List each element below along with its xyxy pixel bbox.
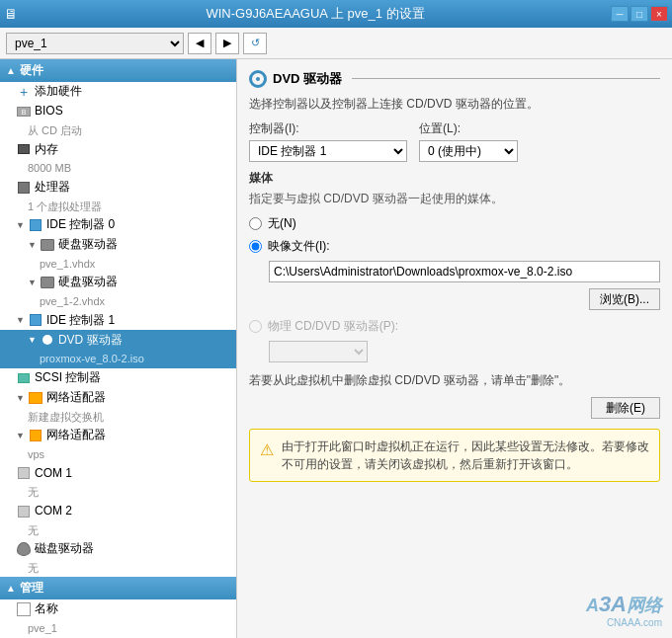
sidebar-item-name-sub: pve_1 [0, 619, 236, 637]
hdd2-label: 硬盘驱动器 [58, 275, 118, 290]
sidebar-item-com1-sub: 无 [0, 483, 236, 501]
maximize-button[interactable]: □ [630, 6, 648, 22]
media-desc: 指定要与虚拟 CD/DVD 驱动器一起使用的媒体。 [249, 191, 660, 207]
window-title: WIN-G9J6AEAAGUA 上 pve_1 的设置 [20, 5, 611, 23]
vswitch-label: 网络适配器 [46, 390, 106, 406]
hdd2-expand-icon: ▼ [28, 278, 37, 287]
netadapter-expand-icon: ▼ [16, 431, 25, 440]
hdd1-sub-label: pve_1.vhdx [40, 257, 95, 271]
dvd-section-title: DVD 驱动器 [273, 70, 342, 88]
hdd1-label: 硬盘驱动器 [58, 237, 118, 253]
diskdrive-icon [16, 541, 32, 557]
warning-box: ⚠ 由于打开此窗口时虚拟机正在运行，因此某些设置无法修改。若要修改不可用的设置，… [249, 429, 660, 482]
cpu-sub-label: 1 个虚拟处理器 [28, 199, 102, 213]
vswitch-sub-label: 新建虚拟交换机 [28, 410, 104, 424]
sidebar-item-add-hardware[interactable]: + 添加硬件 [0, 82, 236, 102]
diskdrive-sub-label: 无 [28, 561, 39, 575]
forward-button[interactable]: ▶ [215, 33, 239, 54]
memory-label: 内存 [35, 142, 58, 158]
close-button[interactable]: × [650, 6, 668, 22]
browse-button[interactable]: 浏览(B)... [589, 288, 660, 310]
memory-sub-label: 8000 MB [28, 161, 71, 175]
position-select[interactable]: 0 (使用中) [419, 140, 518, 162]
hardware-section-header[interactable]: ▲ 硬件 [0, 59, 236, 82]
position-group: 位置(L): 0 (使用中) [419, 120, 518, 162]
com2-icon [16, 504, 32, 519]
sidebar-item-vswitch-sub: 新建虚拟交换机 [0, 408, 236, 426]
sidebar-item-hdd2[interactable]: ▼ 硬盘驱动器 [0, 273, 236, 292]
delete-button[interactable]: 删除(E) [591, 397, 660, 419]
sidebar-item-com1[interactable]: COM 1 [0, 463, 236, 483]
management-collapse-icon: ▲ [6, 583, 16, 594]
sidebar-item-hdd1[interactable]: ▼ 硬盘驱动器 [0, 235, 236, 255]
ide1-label: IDE 控制器 1 [46, 313, 115, 329]
physical-drive-select [269, 341, 368, 362]
com2-sub-label: 无 [28, 523, 39, 537]
ide1-icon [28, 312, 43, 328]
refresh-button[interactable]: ↺ [243, 33, 267, 54]
content-area: ▲ 硬件 + 添加硬件 B BIOS 从 CD 启动 [0, 59, 672, 638]
radio-image[interactable] [249, 240, 262, 253]
radio-none-label[interactable]: 无(N) [268, 215, 296, 232]
dvd-label: DVD 驱动器 [58, 333, 123, 349]
add-hardware-icon: + [16, 84, 32, 100]
watermark: A3A网络 CNAAA.com [586, 592, 662, 628]
netadapter-icon [28, 428, 43, 443]
warning-icon: ⚠ [260, 439, 274, 473]
radio-image-label[interactable]: 映像文件(I): [268, 238, 330, 255]
sidebar-item-memory[interactable]: 内存 [0, 139, 236, 159]
sidebar-item-scsi[interactable]: SCSI 控制器 [0, 368, 236, 388]
controller-desc: 选择控制器以及控制器上连接 CD/DVD 驱动器的位置。 [249, 96, 660, 113]
radio-none-row: 无(N) [249, 215, 660, 232]
vm-selector[interactable]: pve_1 [6, 33, 184, 54]
sidebar-item-ide0[interactable]: ▼ IDE 控制器 0 [0, 215, 236, 235]
radio-none[interactable] [249, 217, 262, 230]
ide0-icon [28, 217, 43, 233]
sidebar-item-cpu[interactable]: 处理器 [0, 178, 236, 198]
sidebar-item-bios[interactable]: B BIOS [0, 102, 236, 121]
vswitch-expand-icon: ▼ [16, 393, 25, 403]
sidebar-item-vswitch[interactable]: ▼ 网络适配器 [0, 388, 236, 408]
media-section: 媒体 指定要与虚拟 CD/DVD 驱动器一起使用的媒体。 无(N) 映像文件(I… [249, 170, 660, 362]
sidebar-item-diskdrive[interactable]: 磁盘驱动器 [0, 539, 236, 559]
sidebar-item-com2[interactable]: COM 2 [0, 502, 236, 521]
netadapter-label: 网络适配器 [46, 428, 106, 443]
hdd1-icon [40, 237, 55, 253]
dvd-section-icon [249, 69, 267, 88]
diskdrive-label: 磁盘驱动器 [35, 541, 94, 557]
dvd-section-header: DVD 驱动器 [249, 69, 660, 88]
warning-text: 由于打开此窗口时虚拟机正在运行，因此某些设置无法修改。若要修改不可用的设置，请关… [282, 438, 649, 473]
hardware-section-label: 硬件 [20, 62, 43, 79]
file-path-row [269, 261, 660, 282]
vswitch-icon [28, 390, 43, 406]
bios-sub-label: 从 CD 启动 [28, 123, 82, 137]
sidebar-item-com2-sub: 无 [0, 521, 236, 539]
dvd-sub-label: proxmox-ve_8.0-2.iso [40, 352, 144, 365]
sidebar-item-diskdrive-sub: 无 [0, 559, 236, 577]
controller-select[interactable]: IDE 控制器 1 [249, 140, 407, 162]
delete-row: 删除(E) [249, 397, 660, 419]
cpu-label: 处理器 [35, 180, 70, 196]
file-path-input[interactable] [269, 261, 660, 282]
main-container: pve_1 ◀ ▶ ↺ ▲ 硬件 + 添加硬件 B BIOS [0, 28, 672, 638]
dvd-divider [352, 78, 660, 79]
cpu-icon [16, 180, 32, 196]
scsi-label: SCSI 控制器 [35, 370, 101, 386]
sidebar-item-name[interactable]: 名称 [0, 599, 236, 619]
radio-physical[interactable] [249, 320, 262, 333]
sidebar-item-ide1[interactable]: ▼ IDE 控制器 1 [0, 310, 236, 330]
management-section-label: 管理 [20, 580, 43, 597]
name-icon [16, 601, 32, 617]
title-bar-controls: ─ □ × [611, 6, 672, 22]
minimize-button[interactable]: ─ [611, 6, 629, 22]
back-button[interactable]: ◀ [188, 33, 211, 54]
hdd2-sub-label: pve_1-2.vhdx [40, 294, 105, 308]
name-sub-label: pve_1 [28, 621, 57, 635]
media-title: 媒体 [249, 170, 660, 187]
management-section-header[interactable]: ▲ 管理 [0, 577, 236, 599]
ide0-expand-icon: ▼ [16, 220, 25, 230]
sidebar-item-dvd[interactable]: ▼ DVD 驱动器 [0, 330, 236, 350]
controller-label: 控制器(I): [249, 120, 407, 137]
sidebar-item-netadapter[interactable]: ▼ 网络适配器 [0, 426, 236, 445]
title-bar: 🖥 WIN-G9J6AEAAGUA 上 pve_1 的设置 ─ □ × [0, 0, 672, 28]
